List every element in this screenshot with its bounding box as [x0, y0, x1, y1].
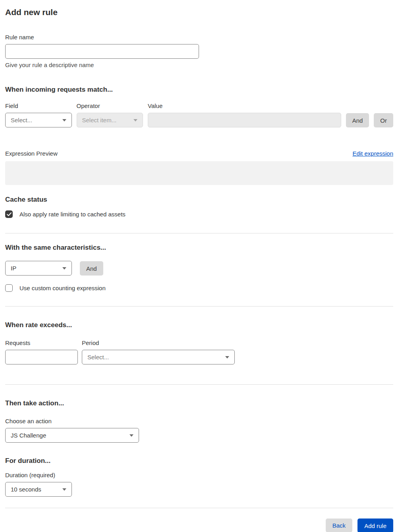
divider [5, 384, 393, 385]
custom-counting-checkbox[interactable] [5, 284, 13, 292]
rate-heading: When rate exceeds... [5, 321, 393, 329]
chevron-down-icon [62, 119, 66, 121]
back-button[interactable]: Back [326, 519, 352, 532]
characteristic-select-value: IP [11, 265, 16, 272]
characteristic-select[interactable]: IP [5, 261, 72, 276]
expression-preview-label: Expression Preview [5, 150, 58, 157]
rule-name-label: Rule name [5, 34, 393, 40]
duration-heading: For duration... [5, 457, 393, 465]
action-select-value: JS Challenge [11, 432, 46, 439]
action-select[interactable]: JS Challenge [5, 428, 139, 443]
cached-assets-checkbox[interactable] [5, 210, 13, 218]
value-input[interactable] [148, 113, 341, 127]
footer-actions: Back Add rule [5, 519, 393, 532]
cached-assets-checkbox-label: Also apply rate limiting to cached asset… [19, 211, 126, 218]
add-characteristic-and-button[interactable]: And [80, 261, 103, 276]
requests-label: Requests [5, 339, 78, 346]
add-rule-button[interactable]: Add rule [357, 519, 393, 532]
characteristics-section: With the same characteristics... IP And … [5, 244, 393, 292]
characteristics-heading: With the same characteristics... [5, 244, 393, 252]
page-title: Add new rule [5, 8, 393, 17]
divider [5, 233, 393, 233]
action-heading: Then take action... [5, 399, 393, 407]
duration-label: Duration (required) [5, 472, 393, 478]
or-button[interactable]: Or [374, 113, 393, 127]
match-section: When incoming requests match... Field Se… [5, 86, 393, 127]
duration-select[interactable]: 10 seconds [5, 482, 72, 497]
chevron-down-icon [62, 267, 66, 270]
action-label: Choose an action [5, 418, 393, 424]
cache-status-section: Cache status Also apply rate limiting to… [5, 196, 393, 218]
field-label: Field [5, 102, 72, 109]
chevron-down-icon [225, 356, 229, 359]
rate-section: When rate exceeds... Requests Period Sel… [5, 321, 393, 364]
action-section: Then take action... Choose an action JS … [5, 399, 393, 443]
chevron-down-icon [133, 119, 137, 121]
requests-input[interactable] [5, 350, 78, 364]
checkmark-icon [7, 212, 12, 216]
period-select[interactable]: Select... [82, 350, 235, 364]
chevron-down-icon [62, 488, 66, 491]
rule-name-helper: Give your rule a descriptive name [5, 62, 393, 68]
value-label: Value [148, 102, 341, 109]
match-heading: When incoming requests match... [5, 86, 393, 94]
cache-status-heading: Cache status [5, 196, 393, 204]
operator-label: Operator [77, 102, 143, 109]
custom-counting-checkbox-label: Use custom counting expression [19, 285, 106, 291]
expression-preview-box [5, 161, 393, 185]
duration-select-value: 10 seconds [11, 486, 41, 493]
field-select-value: Select... [11, 117, 32, 123]
operator-select-value: Select item... [82, 117, 117, 123]
rule-name-section: Rule name Give your rule a descriptive n… [5, 34, 393, 68]
period-select-value: Select... [87, 354, 109, 360]
add-rule-form: Add new rule Rule name Give your rule a … [0, 0, 398, 532]
rule-name-input[interactable] [5, 44, 199, 59]
chevron-down-icon [129, 434, 133, 437]
expression-section: Expression Preview Edit expression [5, 150, 393, 185]
and-button[interactable]: And [346, 113, 369, 127]
duration-section: For duration... Duration (required) 10 s… [5, 457, 393, 497]
edit-expression-link[interactable]: Edit expression [352, 150, 393, 157]
operator-select[interactable]: Select item... [77, 113, 143, 127]
field-select[interactable]: Select... [5, 113, 72, 127]
divider [5, 306, 393, 306]
period-label: Period [82, 339, 235, 346]
divider [5, 508, 393, 508]
